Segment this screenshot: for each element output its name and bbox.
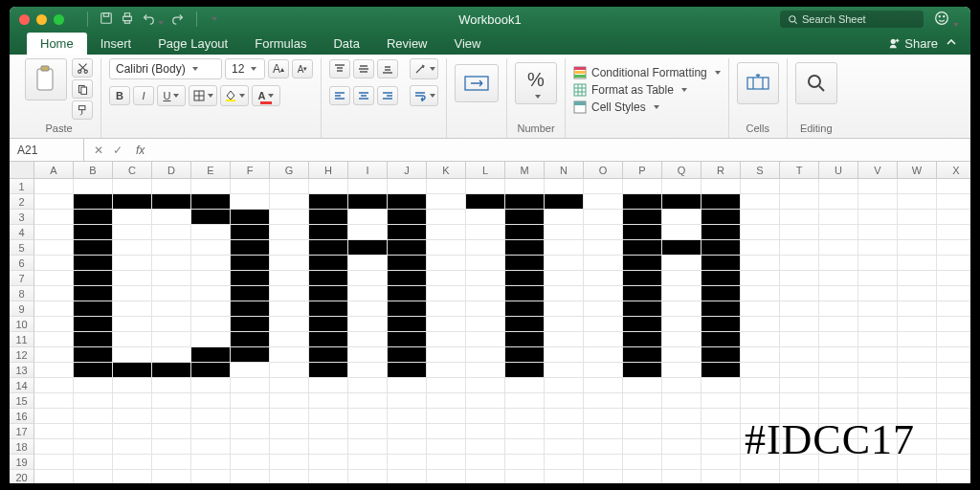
cell-Q1[interactable] (662, 179, 702, 194)
cell-M1[interactable] (505, 179, 545, 194)
cell-F19[interactable] (231, 455, 270, 470)
cell-L8[interactable] (466, 286, 505, 301)
cell-N17[interactable] (545, 424, 584, 439)
cell-C2[interactable] (113, 194, 152, 210)
cell-G5[interactable] (270, 240, 309, 256)
cell-S3[interactable] (741, 210, 780, 225)
cell-L1[interactable] (466, 179, 505, 194)
cell-C10[interactable] (113, 317, 152, 332)
cell-O18[interactable] (584, 439, 623, 455)
cell-I3[interactable] (348, 210, 388, 225)
cell-Q9[interactable] (662, 301, 702, 317)
align-bottom-icon[interactable] (377, 59, 398, 78)
cell-U17[interactable] (819, 424, 858, 439)
cell-D18[interactable] (152, 439, 191, 455)
cell-N13[interactable] (545, 363, 584, 378)
cell-N10[interactable] (545, 317, 584, 332)
cell-G8[interactable] (270, 286, 309, 301)
col-header-M[interactable]: M (505, 162, 545, 179)
cell-W11[interactable] (898, 332, 937, 347)
cell-A8[interactable] (34, 286, 74, 301)
cell-P20[interactable] (623, 470, 662, 483)
cell-L4[interactable] (466, 225, 505, 240)
print-icon[interactable] (121, 11, 134, 28)
cell-K18[interactable] (427, 439, 466, 455)
cell-W4[interactable] (898, 225, 937, 240)
search-input[interactable]: Search Sheet (780, 11, 924, 28)
cell-J8[interactable] (388, 286, 427, 301)
cell-D9[interactable] (152, 301, 191, 317)
cell-W19[interactable] (898, 455, 937, 470)
cell-C18[interactable] (113, 439, 152, 455)
cell-I11[interactable] (348, 332, 388, 347)
cell-K14[interactable] (427, 378, 466, 393)
cell-B12[interactable] (74, 347, 113, 363)
cell-X17[interactable] (937, 424, 970, 439)
align-top-icon[interactable] (329, 59, 350, 78)
col-header-B[interactable]: B (74, 162, 113, 179)
cell-F13[interactable] (231, 363, 270, 378)
cell-K5[interactable] (427, 240, 466, 256)
cell-B18[interactable] (74, 439, 113, 455)
cell-B10[interactable] (74, 317, 113, 332)
cells-button[interactable] (737, 62, 779, 104)
enter-formula-icon[interactable]: ✓ (113, 144, 122, 157)
tab-view[interactable]: View (441, 33, 495, 55)
close-window-icon[interactable] (19, 14, 30, 25)
cell-R15[interactable] (702, 393, 741, 409)
col-header-X[interactable]: X (937, 162, 970, 179)
cell-J14[interactable] (388, 378, 427, 393)
cell-A2[interactable] (34, 194, 74, 210)
cell-U2[interactable] (819, 194, 858, 210)
cell-A5[interactable] (34, 240, 74, 256)
cell-F10[interactable] (231, 317, 270, 332)
cell-F3[interactable] (231, 210, 270, 225)
cell-S14[interactable] (741, 378, 780, 393)
row-header-7[interactable]: 7 (10, 271, 34, 286)
italic-button[interactable]: I (133, 86, 154, 105)
cell-T10[interactable] (780, 317, 819, 332)
cell-T12[interactable] (780, 347, 819, 363)
cell-L9[interactable] (466, 301, 505, 317)
borders-button[interactable] (189, 85, 217, 106)
cell-K19[interactable] (427, 455, 466, 470)
row-header-6[interactable]: 6 (10, 256, 34, 271)
cell-T2[interactable] (780, 194, 819, 210)
cell-A10[interactable] (34, 317, 74, 332)
cell-P17[interactable] (623, 424, 662, 439)
cell-S6[interactable] (741, 256, 780, 271)
cell-I20[interactable] (348, 470, 388, 483)
cell-M3[interactable] (505, 210, 545, 225)
align-left-icon[interactable] (329, 86, 350, 105)
cell-G11[interactable] (270, 332, 309, 347)
cell-W5[interactable] (898, 240, 937, 256)
cell-J16[interactable] (388, 409, 427, 424)
cell-R12[interactable] (702, 347, 741, 363)
conditional-formatting-button[interactable]: Conditional Formatting (573, 64, 721, 81)
cell-T16[interactable] (780, 409, 819, 424)
cell-M9[interactable] (505, 301, 545, 317)
cell-P4[interactable] (623, 225, 662, 240)
cell-G12[interactable] (270, 347, 309, 363)
col-header-R[interactable]: R (702, 162, 741, 179)
cell-U6[interactable] (819, 256, 858, 271)
cell-W6[interactable] (898, 256, 937, 271)
cell-I7[interactable] (348, 271, 388, 286)
cell-P2[interactable] (623, 194, 662, 210)
cell-K4[interactable] (427, 225, 466, 240)
font-name-select[interactable]: Calibri (Body) (109, 58, 222, 79)
cell-G17[interactable] (270, 424, 309, 439)
cell-X12[interactable] (937, 347, 970, 363)
cell-K10[interactable] (427, 317, 466, 332)
cell-C3[interactable] (113, 210, 152, 225)
cell-N12[interactable] (545, 347, 584, 363)
cell-R10[interactable] (702, 317, 741, 332)
cell-I5[interactable] (348, 240, 388, 256)
increase-font-icon[interactable]: A▴ (268, 59, 289, 78)
cell-Q19[interactable] (662, 455, 702, 470)
cell-S12[interactable] (741, 347, 780, 363)
cell-O11[interactable] (584, 332, 623, 347)
cell-T19[interactable] (780, 455, 819, 470)
cell-Q17[interactable] (662, 424, 702, 439)
cell-S15[interactable] (741, 393, 780, 409)
